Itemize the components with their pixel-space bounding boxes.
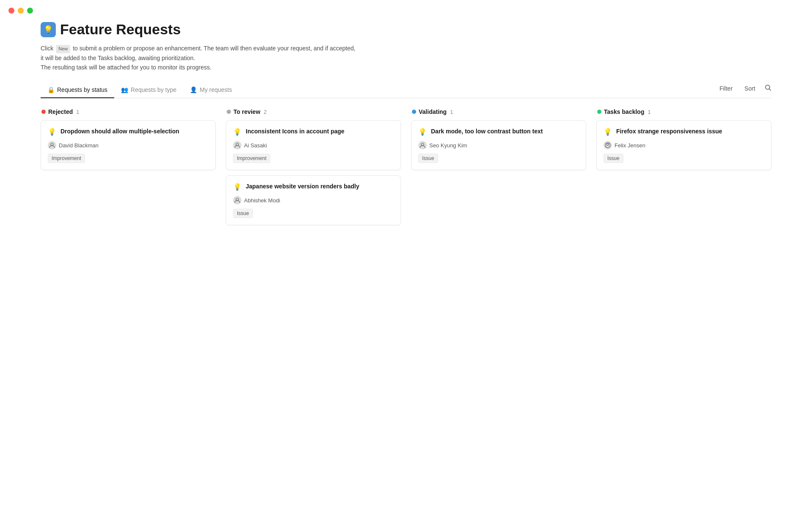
card-header: 💡 Dark mode, too low contrast button tex… bbox=[418, 127, 579, 136]
description-line2: it will be added to the Tasks backlog, a… bbox=[41, 55, 195, 61]
user-icon: 👤 bbox=[190, 86, 197, 93]
card-header: 💡 Inconsistent Icons in account page bbox=[233, 127, 394, 136]
card-title: Japanese website version renders badly bbox=[246, 182, 359, 191]
card-title: Firefox strange responsiveness issue bbox=[616, 127, 722, 136]
card-dark-mode[interactable]: 💡 Dark mode, too low contrast button tex… bbox=[411, 120, 586, 170]
status-dot-tasks-backlog bbox=[597, 110, 601, 114]
new-badge: New bbox=[56, 45, 70, 53]
page-header: 💡 Feature Requests bbox=[41, 21, 771, 38]
column-title-to-review: To review bbox=[233, 108, 261, 115]
card-firefox-responsiveness[interactable]: 💡 Firefox strange responsiveness issue F… bbox=[596, 120, 771, 170]
card-title: Dropdown should allow multiple-selection bbox=[60, 127, 179, 136]
svg-point-5 bbox=[421, 143, 424, 146]
tab-requests-by-status[interactable]: 🔒 Requests by status bbox=[41, 82, 114, 98]
tab-requests-by-type-label: Requests by type bbox=[131, 86, 176, 93]
assignee-name: Felix Jensen bbox=[614, 142, 645, 149]
bulb-icon: 💡 bbox=[418, 128, 427, 136]
svg-point-4 bbox=[236, 198, 239, 201]
lock-icon: 🔒 bbox=[47, 86, 55, 93]
svg-point-2 bbox=[51, 143, 53, 146]
card-tag: Improvement bbox=[48, 154, 85, 163]
search-button[interactable] bbox=[765, 84, 771, 93]
filter-button[interactable]: Filter bbox=[717, 83, 735, 94]
tabs-container: 🔒 Requests by status 👥 Requests by type … bbox=[41, 82, 771, 98]
card-inconsistent-icons[interactable]: 💡 Inconsistent Icons in account page Ai … bbox=[226, 120, 401, 170]
card-tag: Improvement bbox=[233, 154, 270, 163]
traffic-lights bbox=[0, 0, 812, 21]
bulb-icon: 💡 bbox=[233, 183, 241, 191]
avatar bbox=[418, 141, 427, 149]
card-header: 💡 Japanese website version renders badly bbox=[233, 182, 394, 191]
bulb-icon: 💡 bbox=[48, 128, 56, 136]
column-count-tasks-backlog: 1 bbox=[647, 109, 650, 115]
card-meta: Abhishek Modi bbox=[233, 196, 394, 204]
avatar bbox=[233, 141, 241, 149]
assignee-name: David Blackman bbox=[59, 142, 99, 149]
card-japanese-website[interactable]: 💡 Japanese website version renders badly… bbox=[226, 175, 401, 225]
avatar bbox=[233, 196, 241, 204]
page-description: Click New to submit a problem or propose… bbox=[41, 44, 771, 72]
card-title: Inconsistent Icons in account page bbox=[246, 127, 344, 136]
svg-line-1 bbox=[769, 89, 771, 91]
assignee-name: Seo Kyung Kim bbox=[429, 142, 467, 149]
card-tag: Issue bbox=[233, 209, 253, 218]
tab-my-requests[interactable]: 👤 My requests bbox=[183, 82, 239, 98]
minimize-button[interactable] bbox=[18, 8, 24, 14]
column-title-tasks-backlog: Tasks backlog bbox=[604, 108, 644, 115]
column-count-to-review: 2 bbox=[264, 109, 267, 115]
description-line3: The resulting task will be attached for … bbox=[41, 64, 211, 71]
tabs-left: 🔒 Requests by status 👥 Requests by type … bbox=[41, 82, 239, 98]
main-content: 💡 Feature Requests Click New to submit a… bbox=[0, 21, 812, 230]
card-tag: Issue bbox=[418, 154, 438, 163]
status-dot-rejected bbox=[41, 110, 46, 114]
column-validating: Validating 1 💡 Dark mode, too low contra… bbox=[411, 108, 586, 175]
column-title-validating: Validating bbox=[419, 108, 447, 115]
status-dot-to-review bbox=[227, 110, 231, 114]
card-title: Dark mode, too low contrast button text bbox=[431, 127, 543, 136]
column-to-review: To review 2 💡 Inconsistent Icons in acco… bbox=[226, 108, 401, 230]
card-meta: Ai Sasaki bbox=[233, 141, 394, 149]
column-header-to-review: To review 2 bbox=[226, 108, 401, 115]
card-dropdown-multiple[interactable]: 💡 Dropdown should allow multiple-selecti… bbox=[41, 120, 216, 170]
assignee-name: Abhishek Modi bbox=[244, 197, 280, 204]
maximize-button[interactable] bbox=[27, 8, 33, 14]
description-prefix: Click bbox=[41, 45, 53, 52]
search-icon bbox=[765, 84, 771, 91]
page-icon: 💡 bbox=[41, 22, 56, 37]
page-title: Feature Requests bbox=[60, 21, 181, 38]
card-meta: Felix Jensen bbox=[604, 141, 764, 149]
svg-point-7 bbox=[607, 144, 609, 146]
card-header: 💡 Firefox strange responsiveness issue bbox=[604, 127, 764, 136]
group-icon: 👥 bbox=[121, 86, 128, 93]
column-header-tasks-backlog: Tasks backlog 1 bbox=[596, 108, 771, 115]
column-tasks-backlog: Tasks backlog 1 💡 Firefox strange respon… bbox=[596, 108, 771, 175]
avatar bbox=[48, 141, 56, 149]
close-button[interactable] bbox=[8, 8, 14, 14]
card-tag: Issue bbox=[604, 154, 623, 163]
svg-point-3 bbox=[236, 143, 239, 146]
tab-requests-by-type[interactable]: 👥 Requests by type bbox=[114, 82, 183, 98]
sort-button[interactable]: Sort bbox=[742, 83, 758, 94]
card-meta: Seo Kyung Kim bbox=[418, 141, 579, 149]
description-suffix1: to submit a problem or propose an enhanc… bbox=[73, 45, 355, 52]
card-header: 💡 Dropdown should allow multiple-selecti… bbox=[48, 127, 208, 136]
column-rejected: Rejected 1 💡 Dropdown should allow multi… bbox=[41, 108, 216, 175]
column-header-validating: Validating 1 bbox=[411, 108, 586, 115]
column-count-rejected: 1 bbox=[76, 109, 79, 115]
column-title-rejected: Rejected bbox=[48, 108, 73, 115]
column-count-validating: 1 bbox=[450, 109, 453, 115]
avatar bbox=[604, 141, 612, 149]
tab-requests-by-status-label: Requests by status bbox=[57, 86, 107, 93]
bulb-icon: 💡 bbox=[233, 128, 241, 136]
tabs-right: Filter Sort bbox=[717, 83, 771, 97]
status-dot-validating bbox=[412, 110, 416, 114]
column-header-rejected: Rejected 1 bbox=[41, 108, 216, 115]
bulb-icon: 💡 bbox=[604, 128, 612, 136]
card-meta: David Blackman bbox=[48, 141, 208, 149]
kanban-board: Rejected 1 💡 Dropdown should allow multi… bbox=[41, 108, 771, 230]
assignee-name: Ai Sasaki bbox=[244, 142, 267, 149]
tab-my-requests-label: My requests bbox=[200, 86, 232, 93]
